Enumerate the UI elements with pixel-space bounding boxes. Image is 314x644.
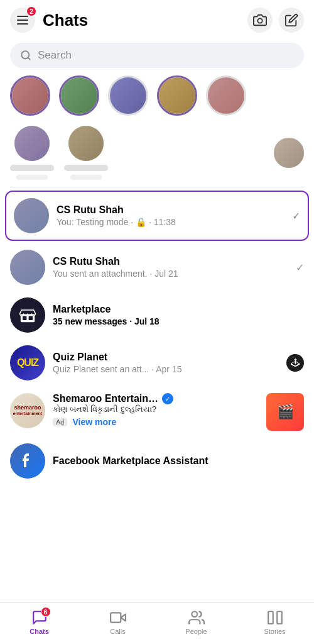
- chat-name: Shemaroo Entertain…: [53, 393, 158, 404]
- chat-preview: You: Testing mode · 🔒 · 11:38: [57, 217, 284, 227]
- facebook-icon: [18, 451, 38, 471]
- header-right: [247, 8, 304, 33]
- shemaroo-name-row: Shemaroo Entertain… ✓: [53, 393, 259, 404]
- chat-avatar-cs-rutu-2: [10, 250, 45, 285]
- chat-avatar-fb-assistant: [10, 443, 45, 479]
- stories-row: [0, 75, 314, 126]
- svg-rect-9: [268, 611, 273, 624]
- view-more-link[interactable]: View more: [72, 417, 116, 427]
- gujarati-text: કોણ બનશે વિકૃડાની દુલ્હનિયા?: [53, 404, 259, 414]
- chat-name: Quiz Planet: [53, 352, 279, 363]
- chat-name: CS Rutu Shah: [57, 204, 284, 216]
- chat-list: CS Rutu Shah You: Testing mode · 🔒 · 11:…: [0, 188, 314, 485]
- svg-point-0: [257, 18, 262, 23]
- calls-nav-icon: [110, 609, 126, 626]
- chat-meta: 🕹: [286, 354, 304, 372]
- nav-label-stories: Stories: [264, 628, 285, 635]
- story-avatar: [108, 75, 148, 116]
- svg-rect-10: [277, 611, 282, 624]
- nav-label-people: People: [185, 628, 207, 635]
- story-item[interactable]: [10, 75, 50, 116]
- nav-label-calls: Calls: [110, 628, 125, 635]
- chat-info: Quiz Planet Quiz Planet sent an att... ·…: [53, 352, 279, 374]
- stories-nav-icon: [267, 609, 283, 626]
- chat-avatar-quiz: QUIZ: [10, 345, 45, 380]
- game-controller-badge: 🕹: [286, 354, 304, 372]
- pinned-name-blur: [10, 165, 54, 171]
- chat-item[interactable]: Marketplace 35 new messages · Jul 18: [0, 291, 314, 339]
- check-icon: ✓: [292, 210, 300, 222]
- chat-item[interactable]: CS Rutu Shah You sent an attachment. · J…: [0, 243, 314, 291]
- pinned-more-avatar: [274, 126, 304, 180]
- people-nav-icon: [188, 609, 205, 626]
- search-icon: [20, 50, 31, 61]
- bottom-nav: 6 Chats Calls People Stories: [0, 602, 314, 644]
- chat-item-fb-assistant[interactable]: Facebook Marketplace Assistant: [0, 437, 314, 485]
- main-content: 2 Chats Search: [0, 0, 314, 535]
- chat-preview: Quiz Planet sent an att... · Apr 15: [53, 364, 279, 374]
- chat-meta: ✓: [292, 210, 300, 222]
- chat-avatar-marketplace: [10, 297, 45, 333]
- svg-point-8: [192, 611, 197, 617]
- menu-button[interactable]: 2: [10, 8, 35, 33]
- verified-badge: ✓: [162, 393, 173, 404]
- notification-badge: 2: [26, 6, 36, 16]
- compose-icon: [284, 13, 298, 27]
- chat-preview: 35 new messages · Jul 18: [53, 316, 304, 326]
- hamburger-icon: [17, 16, 28, 25]
- svg-marker-6: [121, 614, 126, 621]
- chat-item-shemaroo[interactable]: shemaroo entertainment Shemaroo Entertai…: [0, 387, 314, 437]
- chat-item[interactable]: QUIZ Quiz Planet Quiz Planet sent an att…: [0, 339, 314, 387]
- chat-info: CS Rutu Shah You: Testing mode · 🔒 · 11:…: [57, 204, 284, 227]
- pinned-extra-avatar: [274, 138, 304, 168]
- nav-item-people[interactable]: People: [157, 603, 236, 644]
- svg-rect-7: [111, 613, 121, 622]
- marketplace-icon: [18, 305, 38, 325]
- story-avatar: [10, 75, 50, 116]
- camera-button[interactable]: [247, 8, 273, 33]
- ad-label: Ad: [53, 418, 67, 426]
- chat-name: Marketplace: [53, 304, 304, 315]
- chat-info: Marketplace 35 new messages · Jul 18: [53, 304, 304, 326]
- header: 2 Chats: [0, 0, 314, 38]
- nav-item-calls[interactable]: Calls: [78, 603, 157, 644]
- ad-row: Ad View more: [53, 417, 259, 427]
- nav-item-chats[interactable]: 6 Chats: [0, 603, 78, 644]
- check-icon: ✓: [296, 262, 304, 274]
- search-bar[interactable]: Search: [10, 43, 304, 68]
- chat-name: Facebook Marketplace Assistant: [53, 455, 304, 467]
- story-item[interactable]: [108, 75, 148, 116]
- compose-button[interactable]: [279, 8, 304, 33]
- chat-name: CS Rutu Shah: [53, 256, 288, 267]
- nav-label-chats: Chats: [30, 628, 49, 635]
- story-avatar: [59, 75, 99, 116]
- pinned-preview-blur: [16, 175, 48, 180]
- pinned-chat-item[interactable]: [64, 126, 108, 180]
- chat-avatar-cs-rutu-highlighted: [14, 198, 49, 233]
- header-left: 2 Chats: [10, 8, 88, 33]
- story-item[interactable]: [59, 75, 99, 116]
- search-placeholder: Search: [38, 49, 72, 62]
- svg-rect-4: [23, 316, 26, 320]
- pinned-preview-blur: [70, 175, 102, 180]
- shemaroo-thumbnail: 🎬: [266, 393, 304, 431]
- chat-info: Facebook Marketplace Assistant: [53, 455, 304, 467]
- chat-preview: You sent an attachment. · Jul 21: [53, 269, 288, 279]
- pinned-section: [10, 126, 304, 188]
- chats-badge: 6: [41, 607, 51, 617]
- shemaroo-info: Shemaroo Entertain… ✓ કોણ બનશે વિકૃડાની …: [53, 393, 259, 427]
- pinned-name-blur: [64, 165, 108, 171]
- pinned-avatar: [68, 126, 104, 161]
- story-item[interactable]: [206, 75, 246, 116]
- story-avatar: [157, 75, 197, 116]
- pinned-chat-item[interactable]: [10, 126, 54, 180]
- chat-info: CS Rutu Shah You sent an attachment. · J…: [53, 256, 288, 279]
- story-item[interactable]: [157, 75, 197, 116]
- svg-rect-5: [29, 316, 33, 320]
- camera-icon: [253, 13, 267, 27]
- chat-avatar-shemaroo: shemaroo entertainment: [10, 393, 45, 428]
- chat-item[interactable]: CS Rutu Shah You: Testing mode · 🔒 · 11:…: [5, 191, 309, 241]
- svg-line-2: [28, 57, 30, 59]
- nav-item-stories[interactable]: Stories: [236, 603, 314, 644]
- story-avatar: [206, 75, 246, 116]
